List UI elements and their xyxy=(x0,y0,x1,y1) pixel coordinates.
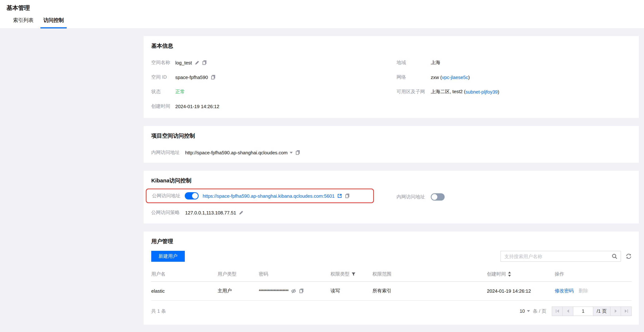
cell-permscope: 所有索引 xyxy=(372,281,487,300)
col-password: 密码 xyxy=(259,267,330,281)
copy-icon[interactable] xyxy=(345,193,350,198)
app-root: 基本管理 索引列表 访问控制 基本信息 空间名称 log_test xyxy=(0,0,644,332)
cell-username: elastic xyxy=(151,281,218,300)
public-access-toggle[interactable] xyxy=(185,192,199,199)
create-user-button[interactable]: 新建用户 xyxy=(151,251,185,262)
field-space-name: 空间名称 log_test xyxy=(151,55,396,70)
tab-access-control[interactable]: 访问控制 xyxy=(40,17,67,28)
field-public-policy: 公网访问策略 127.0.0.1,113.108.77.51 xyxy=(151,205,632,220)
basic-info-left-column: 空间名称 log_test 空间 ID xyxy=(151,55,396,114)
refresh-icon[interactable] xyxy=(626,253,632,259)
field-label: 内网访问地址 xyxy=(396,194,431,200)
space-name-value: log_test xyxy=(175,60,192,65)
tab-bar: 索引列表 访问控制 xyxy=(6,17,638,28)
sort-icon[interactable] xyxy=(508,272,511,277)
cell-created: 2024-01-19 14:26:12 xyxy=(487,281,555,300)
cell-permtype: 读写 xyxy=(330,281,372,300)
chevron-down-icon[interactable] xyxy=(290,152,293,154)
user-management-card: 用户管理 新建用户 xyxy=(144,232,639,325)
col-created: 创建时间 xyxy=(487,267,555,281)
field-space-id: 空间 ID space-fpfha590 xyxy=(151,70,396,84)
field-network: 网络 zxw (vpc-jlaese5c) xyxy=(396,70,632,84)
page-total-label: /1 页 xyxy=(593,306,610,316)
cell-password: ******************** xyxy=(259,281,330,300)
project-access-card: 项目空间访问控制 内网访问地址 http://space-fpfha590.ap… xyxy=(144,126,639,163)
last-page-button[interactable] xyxy=(621,306,632,316)
edit-icon[interactable] xyxy=(194,60,199,65)
filter-icon[interactable] xyxy=(351,272,356,276)
delete-link[interactable]: 删除 xyxy=(578,288,588,293)
page-header: 基本管理 索引列表 访问控制 xyxy=(0,0,644,29)
edit-icon[interactable] xyxy=(239,210,244,215)
copy-icon[interactable] xyxy=(210,75,216,80)
field-private-endpoint: 内网访问地址 http://space-fpfha590.ap-shanghai… xyxy=(151,145,632,160)
kibana-title: Kibana访问控制 xyxy=(151,177,632,184)
tab-index-list[interactable]: 索引列表 xyxy=(10,17,36,28)
page-size-value[interactable]: 10 xyxy=(520,308,525,314)
field-label: 空间 ID xyxy=(151,74,175,80)
col-username: 用户名 xyxy=(151,267,218,281)
network-name: zxw ( xyxy=(431,74,442,80)
space-id-value: space-fpfha590 xyxy=(175,74,208,80)
copy-icon[interactable] xyxy=(295,150,300,155)
search-icon[interactable] xyxy=(608,253,621,259)
col-permscope: 权限范围 xyxy=(372,267,487,281)
next-page-button[interactable] xyxy=(610,306,621,316)
user-toolbar: 新建用户 xyxy=(151,251,632,262)
create-time-value: 2024-01-19 14:26:12 xyxy=(175,104,219,109)
project-access-title: 项目空间访问控制 xyxy=(151,133,632,140)
table-header-row: 用户名 用户类型 密码 权限类型 权限范围 xyxy=(151,267,632,281)
first-page-button[interactable] xyxy=(552,306,563,316)
password-masked: ******************** xyxy=(259,288,288,294)
eye-off-icon[interactable] xyxy=(291,288,296,294)
region-value: 上海 xyxy=(431,59,440,66)
field-label: 公网访问地址 xyxy=(152,192,185,199)
basic-info-card: 基本信息 空间名称 log_test xyxy=(144,36,639,118)
page-title: 基本管理 xyxy=(6,4,638,12)
col-actions: 操作 xyxy=(555,267,632,281)
page-size-unit: 条 / 页 xyxy=(533,308,546,314)
field-label: 状态 xyxy=(151,88,175,95)
copy-icon[interactable] xyxy=(202,60,207,65)
field-label: 内网访问地址 xyxy=(151,149,185,156)
kibana-private-row: 内网访问地址 xyxy=(396,193,445,201)
cell-usertype: 主用户 xyxy=(218,281,259,300)
change-password-link[interactable]: 修改密码 xyxy=(555,288,574,293)
page-number-input[interactable]: 1 xyxy=(573,306,593,316)
vpc-link[interactable]: vpc-jlaese5c xyxy=(442,74,468,80)
subnet-link[interactable]: subnet-pljfoy39 xyxy=(466,89,498,94)
prev-page-button[interactable] xyxy=(562,306,573,316)
pagination: 10 条 / 页 1 /1 页 xyxy=(520,306,632,316)
total-count: 共 1 条 xyxy=(151,308,166,314)
basic-info-title: 基本信息 xyxy=(151,43,632,49)
field-status: 状态 正常 xyxy=(151,84,396,99)
field-zone-subnet: 可用区及子网 上海二区, test2 (subnet-pljfoy39) xyxy=(396,84,632,99)
user-table: 用户名 用户类型 密码 权限类型 权限范围 xyxy=(151,267,632,301)
public-policy-value: 127.0.0.1,113.108.77.51 xyxy=(185,210,236,215)
search-input[interactable] xyxy=(501,254,608,259)
private-access-toggle[interactable] xyxy=(431,193,445,201)
field-label: 空间名称 xyxy=(151,59,175,66)
col-permtype: 权限类型 xyxy=(330,267,372,281)
field-label: 创建时间 xyxy=(151,103,175,110)
kibana-card: Kibana访问控制 公网访问地址 https://space-fpfha590… xyxy=(144,171,639,223)
user-management-title: 用户管理 xyxy=(151,238,632,245)
kibana-public-url-text[interactable]: https://space-fpfha590.ap-shanghai.kiban… xyxy=(203,193,334,199)
private-endpoint-url: http://space-fpfha590.ap-shanghai.qcloud… xyxy=(185,150,288,155)
cell-actions: 修改密码 删除 xyxy=(555,281,632,300)
field-label: 网络 xyxy=(396,74,431,80)
kibana-public-url-link[interactable]: https://space-fpfha590.ap-shanghai.kiban… xyxy=(203,193,342,199)
external-link-icon[interactable] xyxy=(337,193,342,198)
copy-icon[interactable] xyxy=(299,288,304,293)
zone-name: 上海二区, test2 ( xyxy=(431,88,466,95)
field-create-time: 创建时间 2024-01-19 14:26:12 xyxy=(151,99,396,114)
content-area: 基本信息 空间名称 log_test xyxy=(0,29,644,325)
chevron-down-icon xyxy=(527,310,530,312)
table-row: elastic 主用户 ******************** xyxy=(151,281,632,300)
page-buttons: 1 /1 页 xyxy=(552,306,632,316)
table-footer: 共 1 条 10 条 / 页 1 xyxy=(151,301,632,320)
page-size-select[interactable]: 10 条 / 页 xyxy=(520,308,546,314)
field-label: 地域 xyxy=(396,59,431,66)
network-suffix: ) xyxy=(468,74,470,80)
basic-info-right-column: 地域 上海 网络 zxw (vpc-jlaese5c) 可用区及子网 上海二区,… xyxy=(396,55,632,114)
